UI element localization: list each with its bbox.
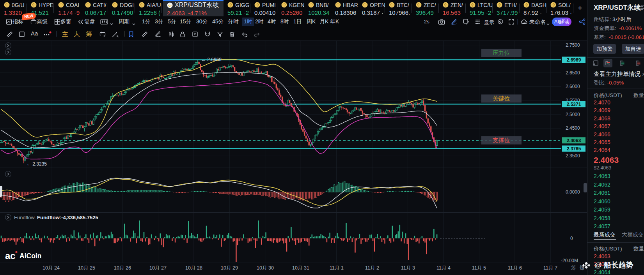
svg-text:10月 26: 10月 26	[114, 265, 131, 271]
svg-text:-20.00M: -20.00M	[561, 258, 578, 263]
svg-text:0: 0	[570, 236, 573, 241]
svg-text:11月 2: 11月 2	[365, 265, 379, 271]
svg-text:2.3765: 2.3765	[567, 146, 581, 152]
svg-text:2.4063: 2.4063	[567, 138, 581, 143]
svg-text:11月 1: 11月 1	[330, 265, 344, 271]
svg-text:11月 7: 11月 7	[543, 265, 557, 271]
svg-text:0.0000: 0.0000	[566, 189, 580, 195]
svg-text:10月 25: 10月 25	[78, 265, 95, 271]
svg-text:筹: 筹	[571, 265, 576, 271]
svg-text:11月 4: 11月 4	[436, 265, 451, 271]
svg-text:← 2.6969: ← 2.6969	[201, 57, 222, 62]
svg-text:2.6969: 2.6969	[567, 57, 581, 63]
svg-text:10月 30: 10月 30	[257, 265, 274, 271]
svg-text:10月 31: 10月 31	[292, 265, 309, 271]
svg-text:2.7500: 2.7500	[566, 42, 580, 48]
svg-text:AiCoin: AiCoin	[20, 252, 41, 260]
svg-text:支撑位: 支撑位	[493, 137, 510, 143]
svg-text:11月 5: 11月 5	[472, 265, 486, 271]
svg-text:10月 24: 10月 24	[43, 265, 60, 271]
svg-text:10月 28: 10月 28	[185, 265, 202, 271]
svg-text:Fundflow:-4,336,585.7525: Fundflow:-4,336,585.7525	[37, 215, 98, 220]
svg-text:2.3500: 2.3500	[566, 153, 580, 159]
svg-text:10月 27: 10月 27	[149, 265, 167, 271]
svg-text:11月 6: 11月 6	[508, 265, 522, 271]
svg-text:2.5000: 2.5000	[566, 112, 580, 117]
svg-text:11月 3: 11月 3	[401, 265, 415, 271]
svg-text:关键位: 关键位	[493, 95, 510, 102]
svg-text:← 2.3235: ← 2.3235	[27, 161, 47, 167]
svg-text:Fundflow: Fundflow	[14, 215, 35, 220]
svg-text:ac: ac	[5, 250, 16, 261]
svg-text:压力位: 压力位	[493, 49, 510, 56]
svg-text:2.5371: 2.5371	[567, 102, 581, 107]
svg-text:2.6000: 2.6000	[566, 84, 580, 89]
svg-text:2.6500: 2.6500	[566, 70, 580, 76]
svg-text:10月 29: 10月 29	[221, 265, 238, 271]
svg-text:2.4500: 2.4500	[566, 125, 580, 131]
